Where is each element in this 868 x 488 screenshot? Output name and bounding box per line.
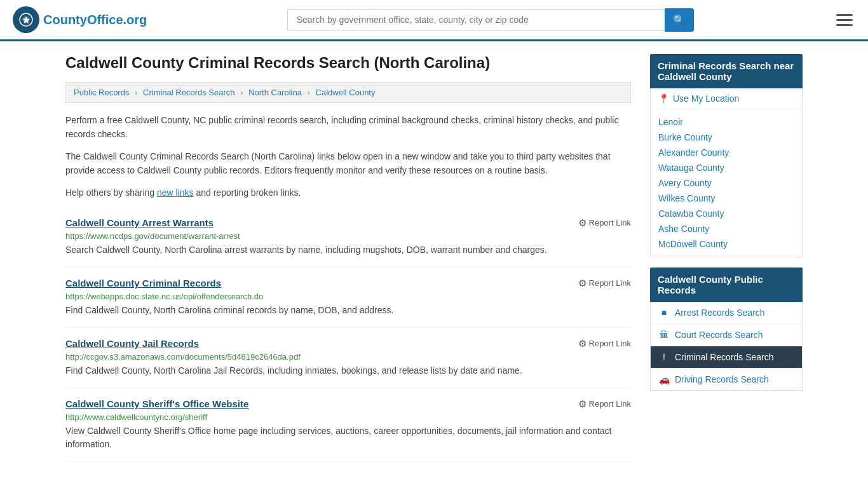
site-header: ★ CountyOffice.org 🔍 <box>0 0 868 41</box>
nearby-item-catawba-county[interactable]: Catawba County <box>651 206 802 221</box>
public-records-body: ■ Arrest Records Search 🏛 Court Records … <box>650 302 803 391</box>
record-url-sheriff-website[interactable]: http://www.caldwellcountync.org/sheriff <box>65 412 631 422</box>
page-title: Caldwell County Criminal Records Search … <box>65 54 631 72</box>
record-url-criminal-records[interactable]: https://webapps.doc.state.nc.us/opi/offe… <box>65 292 631 301</box>
use-location-link[interactable]: Use My Location <box>673 93 739 104</box>
records-list: Caldwell County Arrest Warrants ⚙ Report… <box>65 207 631 462</box>
description-para-1: Perform a free Caldwell County, NC publi… <box>65 113 631 142</box>
public-records-section: Caldwell County Public Records ■ Arrest … <box>650 268 803 391</box>
breadcrumb: Public Records › Criminal Records Search… <box>65 82 631 103</box>
report-link-jail-records[interactable]: ⚙ Report Link <box>578 338 631 349</box>
description-para-2: The Caldwell County Criminal Records Sea… <box>65 149 631 178</box>
logo-text: CountyOffice.org <box>43 13 147 27</box>
court-records-icon: 🏛 <box>658 330 670 340</box>
sidebar: Criminal Records Search near Caldwell Co… <box>650 54 803 462</box>
search-button[interactable]: 🔍 <box>665 8 694 32</box>
report-link-sheriff-website[interactable]: ⚙ Report Link <box>578 398 631 410</box>
record-title-sheriff-website[interactable]: Caldwell County Sheriff's Office Website <box>65 398 248 409</box>
nearby-list: Lenoir Burke County Alexander County Wat… <box>651 109 802 257</box>
breadcrumb-sep-1: › <box>135 88 137 97</box>
description-para-3: Help others by sharing new links and rep… <box>65 186 631 200</box>
search-area: 🔍 <box>287 8 694 32</box>
nearby-section: Criminal Records Search near Caldwell Co… <box>650 54 803 257</box>
use-location[interactable]: 📍 Use My Location <box>651 88 802 109</box>
record-title-jail-records[interactable]: Caldwell County Jail Records <box>65 338 199 349</box>
pr-item-criminal-records[interactable]: ! Criminal Records Search <box>651 346 802 369</box>
report-icon-sheriff-website: ⚙ <box>578 398 587 410</box>
report-icon-arrest-warrants: ⚙ <box>578 217 587 229</box>
record-item-jail-records: Caldwell County Jail Records ⚙ Report Li… <box>65 328 631 388</box>
breadcrumb-criminal-records-search[interactable]: Criminal Records Search <box>143 88 235 97</box>
nearby-item-lenoir[interactable]: Lenoir <box>651 114 802 130</box>
pr-item-court-records[interactable]: 🏛 Court Records Search <box>651 324 802 346</box>
new-links-link[interactable]: new links <box>157 187 194 198</box>
public-records-list: ■ Arrest Records Search 🏛 Court Records … <box>651 302 802 390</box>
search-icon: 🔍 <box>673 14 686 26</box>
pr-item-arrest-records[interactable]: ■ Arrest Records Search <box>651 302 802 324</box>
record-item-sheriff-website: Caldwell County Sheriff's Office Website… <box>65 388 631 462</box>
record-desc-sheriff-website: View Caldwell County Sheriff's Office ho… <box>65 424 631 451</box>
arrest-records-icon: ■ <box>658 308 670 318</box>
breadcrumb-north-carolina[interactable]: North Carolina <box>248 88 302 97</box>
main-container: Caldwell County Criminal Records Search … <box>53 41 815 475</box>
record-desc-criminal-records: Find Caldwell County, North Carolina cri… <box>65 304 631 317</box>
record-item-criminal-records: Caldwell County Criminal Records ⚙ Repor… <box>65 268 631 328</box>
public-records-header: Caldwell County Public Records <box>650 268 803 302</box>
breadcrumb-public-records[interactable]: Public Records <box>74 88 129 97</box>
pr-item-driving-records[interactable]: 🚗 Driving Records Search <box>651 369 802 390</box>
breadcrumb-caldwell-county[interactable]: Caldwell County <box>316 88 376 97</box>
breadcrumb-sep-3: › <box>308 88 310 97</box>
nearby-body: 📍 Use My Location Lenoir Burke County Al… <box>650 88 803 257</box>
nearby-header: Criminal Records Search near Caldwell Co… <box>650 54 803 88</box>
record-url-jail-records[interactable]: http://ccgov.s3.amazonaws.com/documents/… <box>65 352 631 362</box>
nearby-item-avery-county[interactable]: Avery County <box>651 175 802 191</box>
report-icon-criminal-records: ⚙ <box>578 278 587 289</box>
pin-icon: 📍 <box>658 93 669 104</box>
record-desc-jail-records: Find Caldwell County, North Carolina Jai… <box>65 364 631 377</box>
record-item-arrest-warrants: Caldwell County Arrest Warrants ⚙ Report… <box>65 207 631 268</box>
report-icon-jail-records: ⚙ <box>578 338 587 349</box>
record-url-arrest-warrants[interactable]: https://www.ncdps.gov/document/warrant-a… <box>65 231 631 241</box>
content-area: Caldwell County Criminal Records Search … <box>65 54 631 462</box>
breadcrumb-sep-2: › <box>240 88 243 97</box>
logo-icon: ★ <box>13 6 39 33</box>
nearby-item-burke-county[interactable]: Burke County <box>651 130 802 145</box>
report-link-arrest-warrants[interactable]: ⚙ Report Link <box>578 217 631 229</box>
driving-records-icon: 🚗 <box>658 374 670 384</box>
record-desc-arrest-warrants: Search Caldwell County, North Carolina a… <box>65 243 631 257</box>
svg-text:★: ★ <box>22 15 30 25</box>
menu-button[interactable] <box>834 11 855 29</box>
search-input[interactable] <box>287 9 665 30</box>
record-title-arrest-warrants[interactable]: Caldwell County Arrest Warrants <box>65 217 214 228</box>
nearby-item-watauga-county[interactable]: Watauga County <box>651 160 802 175</box>
nearby-item-wilkes-county[interactable]: Wilkes County <box>651 191 802 206</box>
record-title-criminal-records[interactable]: Caldwell County Criminal Records <box>65 278 221 288</box>
nearby-item-ashe-county[interactable]: Ashe County <box>651 221 802 236</box>
report-link-criminal-records[interactable]: ⚙ Report Link <box>578 278 631 289</box>
nearby-item-mcdowell-county[interactable]: McDowell County <box>651 236 802 252</box>
criminal-records-icon: ! <box>658 352 670 362</box>
logo-area[interactable]: ★ CountyOffice.org <box>13 6 147 33</box>
nearby-item-alexander-county[interactable]: Alexander County <box>651 145 802 160</box>
